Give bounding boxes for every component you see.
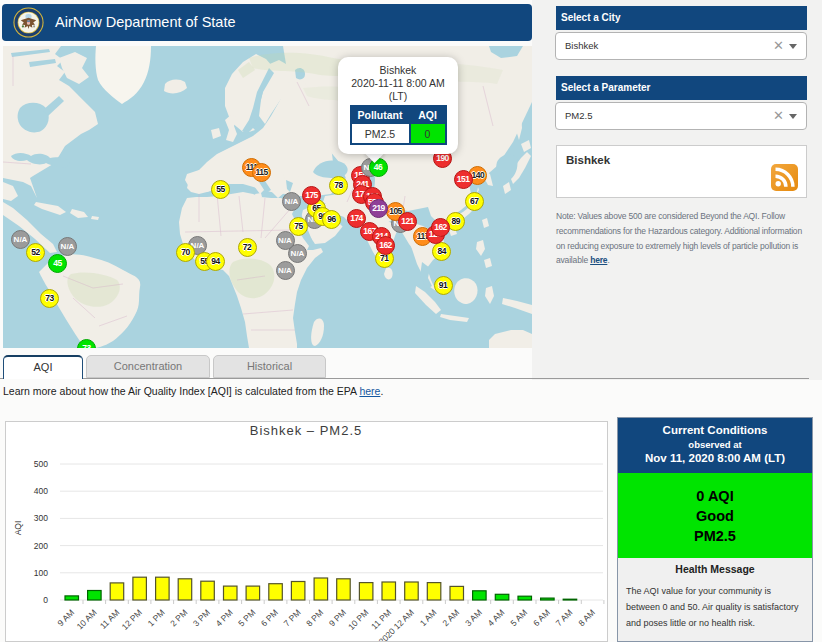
- svg-text:9 PM: 9 PM: [327, 607, 348, 628]
- svg-text:8 PM: 8 PM: [304, 607, 325, 628]
- svg-text:100: 100: [34, 568, 48, 578]
- svg-text:6 AM: 6 AM: [531, 607, 552, 628]
- svg-text:11 AM: 11 AM: [98, 607, 122, 631]
- svg-text:4 AM: 4 AM: [486, 607, 507, 628]
- svg-text:6 PM: 6 PM: [259, 607, 280, 628]
- svg-text:10 AM: 10 AM: [75, 607, 99, 631]
- svg-text:300: 300: [34, 513, 48, 523]
- svg-text:12 PM: 12 PM: [120, 607, 144, 631]
- svg-text:AQI: AQI: [13, 521, 23, 536]
- svg-text:9 AM: 9 AM: [55, 607, 76, 628]
- svg-text:1 AM: 1 AM: [418, 607, 439, 628]
- svg-text:3 AM: 3 AM: [463, 607, 484, 628]
- svg-text:2 AM: 2 AM: [440, 607, 461, 628]
- svg-text:8 AM: 8 AM: [576, 607, 597, 628]
- svg-text:Bishkek – PM2.5: Bishkek – PM2.5: [250, 423, 363, 438]
- svg-text:500: 500: [34, 459, 48, 469]
- svg-text:2 PM: 2 PM: [168, 607, 189, 628]
- svg-text:7 PM: 7 PM: [282, 607, 303, 628]
- svg-text:4 PM: 4 PM: [214, 607, 235, 628]
- svg-text:1 PM: 1 PM: [146, 607, 167, 628]
- svg-text:400: 400: [34, 486, 48, 496]
- svg-text:7 AM: 7 AM: [554, 607, 575, 628]
- svg-text:10 PM: 10 PM: [346, 607, 370, 631]
- svg-text:0: 0: [43, 595, 48, 605]
- svg-text:200: 200: [34, 541, 48, 551]
- svg-text:5 PM: 5 PM: [236, 607, 257, 628]
- svg-text:3 PM: 3 PM: [191, 607, 212, 628]
- svg-text:5 AM: 5 AM: [508, 607, 529, 628]
